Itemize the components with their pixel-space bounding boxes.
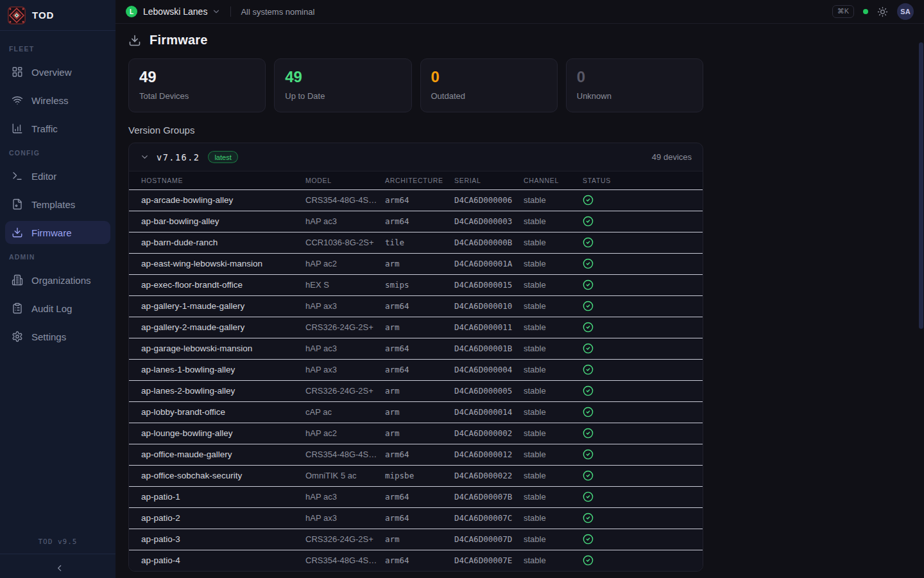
table-row[interactable]: ap-lanes-2-bowling-alley CRS326-24G-2S+ … [129,380,703,401]
table-row[interactable]: ap-patio-4 CRS354-48G-4S+… arm64 D4CA6D0… [129,550,703,571]
cell-model: CRS326-24G-2S+ [305,317,385,338]
table-row[interactable]: ap-bar-bowling-alley hAP ac3 arm64 D4CA6… [129,211,703,232]
table-row[interactable]: ap-patio-3 CRS326-24G-2S+ arm D4CA6D0000… [129,529,703,550]
nav-section-fleet: FLEET [9,45,107,53]
table-row[interactable]: ap-arcade-bowling-alley CRS354-48G-4S+… … [129,189,703,211]
cell-status [583,486,703,507]
command-palette-shortcut[interactable]: ⌘K [832,5,854,18]
cell-channel: stable [524,317,583,338]
cell-serial: D4CA6D000006 [454,189,524,211]
cell-channel: stable [524,295,583,317]
cell-model: hAP ax3 [305,295,385,317]
table-row[interactable]: ap-exec-floor-brandt-office hEX S smips … [129,274,703,295]
sidebar-item-label: Wireless [31,95,69,106]
cell-hostname: ap-patio-2 [129,507,305,529]
sidebar-item-settings[interactable]: Settings [5,325,110,348]
check-circle-icon [583,237,594,248]
sidebar-item-label: Overview [31,67,72,78]
cell-architecture: arm [385,380,454,401]
table-row[interactable]: ap-lanes-1-bowling-alley hAP ax3 arm64 D… [129,359,703,380]
cell-hostname: ap-gallery-1-maude-gallery [129,295,305,317]
cell-status [583,423,703,444]
cell-serial: D4CA6D00007E [454,550,524,571]
sidebar-item-overview[interactable]: Overview [5,60,110,83]
theme-toggle-sun-icon[interactable] [877,6,888,17]
stat-label: Unknown [577,91,692,101]
terminal-icon [12,170,23,182]
cell-status [583,317,703,338]
table-row[interactable]: ap-office-maude-gallery CRS354-48G-4S+… … [129,444,703,465]
user-avatar[interactable]: SA [897,3,914,20]
sidebar-item-audit-log[interactable]: Audit Log [5,297,110,320]
cell-serial: D4CA6D000014 [454,401,524,423]
table-row[interactable]: ap-east-wing-lebowski-mansion hAP ac2 ar… [129,253,703,274]
sidebar-item-organizations[interactable]: Organizations [5,268,110,292]
cell-hostname: ap-lanes-1-bowling-alley [129,359,305,380]
cell-status [583,359,703,380]
cell-architecture: arm64 [385,189,454,211]
table-row[interactable]: ap-barn-dude-ranch CCR1036-8G-2S+ tile D… [129,232,703,253]
sidebar-item-templates[interactable]: Templates [5,193,110,216]
stat-card-up-to-date: 49 Up to Date [274,58,411,112]
cell-status [583,529,703,550]
sidebar-item-traffic[interactable]: Traffic [5,117,110,140]
table-row[interactable]: ap-office-sobchak-security OmniTIK 5 ac … [129,465,703,486]
brand-logo-icon [8,6,26,24]
cell-channel: stable [524,232,583,253]
gear-icon [12,331,23,342]
table-row[interactable]: ap-lounge-bowling-alley hAP ac2 arm D4CA… [129,423,703,444]
table-row[interactable]: ap-patio-1 hAP ac3 arm64 D4CA6D00007B st… [129,486,703,507]
sidebar-collapse-button[interactable] [0,554,116,578]
brand: TOD [0,0,116,31]
file-icon [12,198,23,210]
check-circle-icon [583,534,594,545]
cell-channel: stable [524,401,583,423]
cell-architecture: arm64 [385,211,454,232]
cell-hostname: ap-east-wing-lebowski-mansion [129,253,305,274]
cell-status [583,444,703,465]
sidebar-item-wireless[interactable]: Wireless [5,89,110,112]
stat-value: 49 [139,67,255,87]
system-status-text: All systems nominal [241,7,314,17]
sidebar-footer: TOD v9.5 [0,532,116,578]
app-version: TOD v9.5 [0,532,116,554]
sidebar-item-label: Traffic [31,123,58,134]
table-row[interactable]: ap-gallery-1-maude-gallery hAP ax3 arm64… [129,295,703,317]
check-circle-icon [583,216,594,227]
table-row[interactable]: ap-garage-lebowski-mansion hAP ac3 arm64… [129,338,703,359]
stat-label: Up to Date [285,91,400,101]
layout-grid-icon [12,66,23,78]
table-row[interactable]: ap-lobby-brandt-office cAP ac arm D4CA6D… [129,401,703,423]
table-row[interactable]: ap-gallery-2-maude-gallery CRS326-24G-2S… [129,317,703,338]
check-circle-icon [583,407,594,417]
topbar: L Lebowski Lanes All systems nominal ⌘K … [116,0,924,24]
cell-hostname: ap-exec-floor-brandt-office [129,274,305,295]
download-icon [12,227,23,238]
clipboard-icon [12,302,23,314]
device-count: 49 devices [652,152,692,162]
topbar-actions: ⌘K SA [832,3,914,20]
cell-status [583,295,703,317]
cell-model: CRS326-24G-2S+ [305,529,385,550]
cell-hostname: ap-lanes-2-bowling-alley [129,380,305,401]
sidebar-item-firmware[interactable]: Firmware [5,221,110,244]
chevron-down-icon [140,152,150,162]
sidebar-item-editor[interactable]: Editor [5,164,110,188]
cell-model: hAP ac3 [305,486,385,507]
stat-card-outdated: 0 Outdated [420,58,558,112]
chevron-down-icon[interactable] [212,7,221,16]
cell-channel: stable [524,465,583,486]
check-circle-icon [583,555,594,566]
cell-architecture: mipsbe [385,465,454,486]
cell-serial: D4CA6D00001A [454,253,524,274]
table-row[interactable]: ap-patio-2 hAP ax3 arm64 D4CA6D00007C st… [129,507,703,529]
building-icon [12,274,23,286]
org-avatar: L [126,6,137,17]
cell-status [583,401,703,423]
version-group-header[interactable]: v7.16.2 latest 49 devices [129,143,703,171]
scrollbar-thumb[interactable] [919,42,923,329]
org-switcher[interactable]: Lebowski Lanes [143,6,207,17]
download-icon [128,34,141,47]
page-title: Firmware [150,33,208,48]
cell-architecture: arm [385,401,454,423]
